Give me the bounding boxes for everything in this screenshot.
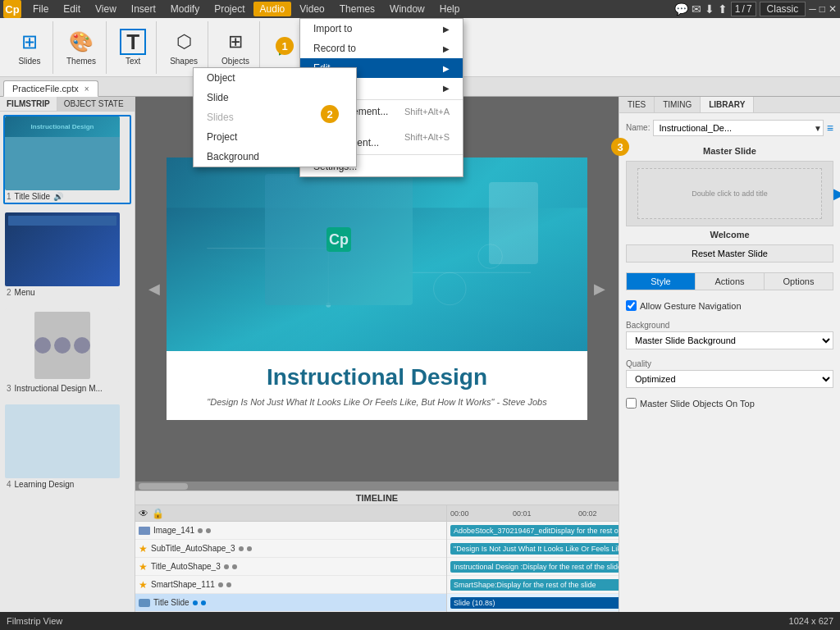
page-current: 1 xyxy=(735,3,741,15)
star-icon-title: ★ xyxy=(139,561,148,573)
visibility-icon[interactable]: 👁 xyxy=(139,508,148,519)
slide-canvas: Cp Instructional Design "Design Is Not J… xyxy=(167,158,587,420)
menu-import-to[interactable]: Import to ▶ xyxy=(300,19,463,39)
timeline-row-smartshape[interactable]: ★ SmartShape_111 xyxy=(135,576,446,594)
object-state-tab[interactable]: OBJECT STATE xyxy=(57,97,130,111)
track-row-subtitle: "Design Is Not Just What It Looks Like O… xyxy=(447,540,619,558)
icon-chat[interactable]: 💬 xyxy=(674,2,688,16)
reset-master-slide-btn[interactable]: Reset Master Slide xyxy=(626,244,833,262)
dot-slide xyxy=(193,600,198,605)
filmstrip-thumb-4 xyxy=(5,404,120,478)
menu-audio[interactable]: Audio xyxy=(253,2,292,16)
menu-video[interactable]: Video xyxy=(293,2,331,16)
toolbar-themes[interactable]: 🎨 Themes xyxy=(63,27,99,67)
filmstrip-thumb-1: Instructional Design xyxy=(5,116,120,190)
icon-down[interactable]: ⬇ xyxy=(705,2,714,16)
prev-slide-btn[interactable]: ◀ xyxy=(142,273,167,304)
track-bar-image[interactable]: AdobeStock_370219467_editDisplay for the… xyxy=(450,525,619,536)
thumb-content-1: Instructional Design xyxy=(5,116,120,137)
right-panel: TIES TIMING LIBRARY Name: ▼ ≡ Master Sli… xyxy=(619,97,840,630)
tab-library[interactable]: LIBRARY xyxy=(701,97,754,112)
timeline-row-subtitle[interactable]: ★ SubTitle_AutoShape_3 xyxy=(135,540,446,558)
master-objects-checkbox[interactable] xyxy=(626,398,637,409)
toolbar-group-shapes: ⬡ Shapes xyxy=(160,21,208,74)
edit-project[interactable]: Project xyxy=(194,127,356,147)
icon-minimize[interactable]: ─ xyxy=(809,3,816,15)
menu-record-to[interactable]: Record to ▶ xyxy=(300,39,463,58)
menu-modify[interactable]: Modify xyxy=(164,2,206,16)
lock-icon[interactable]: 🔒 xyxy=(152,508,164,519)
dot-image xyxy=(198,528,203,533)
filmstrip-label-1: 1 Title Slide 🔊 xyxy=(5,190,130,203)
slide-name-input[interactable] xyxy=(653,120,823,136)
track-row-smart: SmartShape:Display for the rest of the s… xyxy=(447,576,619,594)
background-select[interactable]: Master Slide Background xyxy=(626,331,833,349)
filmstrip-item-1[interactable]: Instructional Design 1 Title Slide 🔊 xyxy=(3,115,131,204)
tab-timing[interactable]: TIMING xyxy=(655,97,701,112)
style-tabs: Style Actions Options xyxy=(626,272,833,290)
expand-panel-btn[interactable]: ▶ xyxy=(833,185,840,203)
menu-edit[interactable]: Edit xyxy=(57,2,87,16)
view-selector[interactable]: Classic xyxy=(760,2,806,16)
edit-project-label: Project xyxy=(207,131,237,143)
gesture-checkbox[interactable] xyxy=(626,300,637,311)
name-dropdown-icon[interactable]: ▼ xyxy=(814,124,822,133)
timeline-row-image[interactable]: Image_141 xyxy=(135,522,446,540)
menu-help[interactable]: Help xyxy=(433,2,467,16)
tab-close-btn[interactable]: × xyxy=(84,84,89,94)
menu-window[interactable]: Window xyxy=(383,2,431,16)
dot-smart xyxy=(218,582,223,587)
icon-up[interactable]: ⬆ xyxy=(718,2,728,16)
name-options-icon[interactable]: ≡ xyxy=(827,121,833,135)
filmstrip-tab[interactable]: FILMSTRIP xyxy=(0,97,57,111)
edit-slides-label: Slides xyxy=(207,112,234,123)
remove-arrow: ▶ xyxy=(443,84,450,93)
track-bar-smart[interactable]: SmartShape:Display for the rest of the s… xyxy=(450,579,619,591)
icon-maximize[interactable]: □ xyxy=(819,3,825,15)
edit-object[interactable]: Object xyxy=(194,68,356,88)
toolbar-text[interactable]: T Text xyxy=(116,27,149,67)
track-bar-subtitle[interactable]: "Design Is Not Just What It Looks Like O… xyxy=(450,543,619,555)
next-slide-btn[interactable]: ▶ xyxy=(587,273,612,304)
tab-practice-file[interactable]: PracticeFile.cptx × xyxy=(3,80,98,97)
gesture-row: Allow Gesture Navigation xyxy=(626,300,833,311)
filmstrip-item-2[interactable]: 2 Menu xyxy=(3,211,131,300)
timeline-row-title[interactable]: ★ Title_AutoShape_3 xyxy=(135,558,446,576)
filmstrip-item-3[interactable]: 3 Instructional Design M... xyxy=(3,307,131,396)
style-tab-style[interactable]: Style xyxy=(627,273,696,290)
speech-shortcut: Shift+Alt+S xyxy=(404,132,450,142)
status-view: Filmstrip View xyxy=(7,616,62,626)
tab-ties[interactable]: TIES xyxy=(619,97,655,112)
scroll-thumb[interactable] xyxy=(139,483,188,490)
slide-num-1: 1 xyxy=(7,192,11,201)
icon-mail[interactable]: ✉ xyxy=(692,2,701,16)
timeline-ruler: 00:00 00:01 00:02 00:03 00:04 xyxy=(447,505,619,522)
dot-image2 xyxy=(206,528,211,533)
timeline-label-title: Title_AutoShape_3 xyxy=(151,562,221,571)
master-objects-section: Master Slide Objects On Top xyxy=(626,398,833,409)
filmstrip-thumb-3 xyxy=(5,308,120,382)
toolbar-objects[interactable]: ⊞ Objects xyxy=(218,27,253,67)
edit-background[interactable]: Background xyxy=(194,147,356,167)
menu-themes[interactable]: Themes xyxy=(333,2,381,16)
toolbar-shapes[interactable]: ⬡ Shapes xyxy=(167,27,201,67)
filmstrip-item-4[interactable]: 4 Learning Design xyxy=(3,403,131,492)
quality-select[interactable]: Optimized xyxy=(626,370,833,388)
right-panel-tabs: TIES TIMING LIBRARY xyxy=(619,97,840,113)
menu-file[interactable]: File xyxy=(26,2,55,16)
menu-view[interactable]: View xyxy=(89,2,123,16)
icon-close[interactable]: ✕ xyxy=(829,3,837,15)
track-bar-slide[interactable]: Slide (10.8s) xyxy=(450,597,619,609)
horizontal-scrollbar[interactable] xyxy=(135,481,619,491)
style-tab-actions[interactable]: Actions xyxy=(696,273,765,290)
master-slide-thumb[interactable]: Double click to add title xyxy=(626,161,833,226)
right-panel-content: Name: ▼ ≡ Master Slide Double click to a… xyxy=(619,113,840,630)
filmstrip-panel: FILMSTRIP OBJECT STATE Instructional Des… xyxy=(0,97,135,630)
menu-project[interactable]: Project xyxy=(208,2,251,16)
menu-insert[interactable]: Insert xyxy=(125,2,162,16)
timeline-row-slide[interactable]: Title Slide xyxy=(135,594,446,612)
toolbar-new-slide[interactable]: ⊞ Slides xyxy=(13,27,46,67)
style-tab-options[interactable]: Options xyxy=(765,273,833,290)
track-bar-title[interactable]: Instructional Design :Display for the re… xyxy=(450,561,619,573)
edit-background-label: Background xyxy=(207,151,259,162)
